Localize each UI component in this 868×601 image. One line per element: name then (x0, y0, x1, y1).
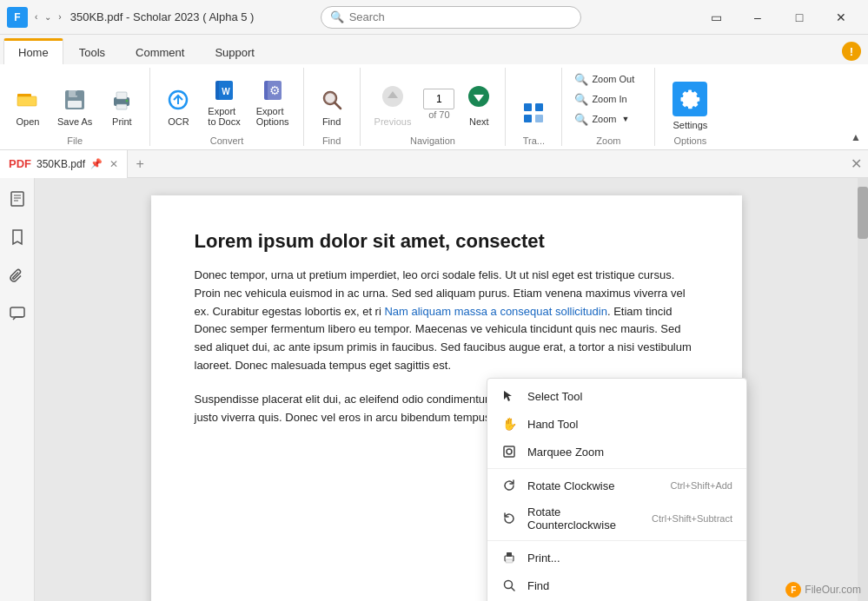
export-docx-label: Exportto Docx (208, 106, 240, 127)
scrollbar-thumb[interactable] (858, 187, 868, 239)
arrow-down[interactable]: ⌄ (43, 10, 53, 23)
rotate-ccw-icon (501, 511, 517, 526)
page-total: of 70 (428, 109, 449, 120)
tab-pin-icon[interactable]: 📌 (90, 158, 103, 169)
sidebar-attachments-icon[interactable] (5, 263, 30, 287)
app-icon: F (7, 7, 28, 28)
zoom-in-icon: 🔍 (574, 93, 588, 106)
ribbon-tabs: Home Tools Comment Support ! (0, 35, 868, 64)
save-as-icon (61, 86, 89, 114)
zoom-buttons: 🔍 Zoom Out 🔍 Zoom In 🔍 Zoom ▼ (569, 68, 647, 130)
settings-button[interactable] (673, 82, 707, 116)
ocr-label: OCR (168, 116, 189, 127)
tab-comment[interactable]: Comment (121, 38, 199, 64)
zoom-button[interactable]: 🔍 Zoom ▼ (569, 109, 647, 129)
next-label: Next (469, 116, 489, 127)
tab-support[interactable]: Support (200, 38, 269, 64)
transform-button[interactable] (513, 78, 554, 130)
options-group-label: Options (662, 134, 718, 146)
pdf-heading: Lorem ipsum dolor sit amet, consectet (195, 230, 699, 253)
find-button[interactable]: Find (311, 78, 353, 130)
ctx-find-label: Find (527, 579, 549, 592)
ctx-marquee-zoom[interactable]: Marquee Zoom (487, 438, 746, 466)
maximize-button[interactable]: □ (779, 3, 819, 31)
export-options-icon: ⚙ (259, 79, 287, 103)
tab-tools[interactable]: Tools (64, 38, 120, 64)
page-number-input[interactable] (423, 89, 454, 109)
print-label: Print (112, 116, 132, 127)
zoom-dropdown-icon: ▼ (622, 115, 630, 123)
close-button[interactable]: ✕ (821, 3, 861, 31)
ctx-print-icon (501, 550, 517, 565)
search-icon: 🔍 (330, 10, 344, 23)
arrow-left[interactable]: ‹ (33, 10, 39, 23)
new-tab-button[interactable]: + (128, 152, 152, 176)
save-as-button[interactable]: Save As (50, 78, 99, 130)
transform-group-label: Tra... (513, 134, 554, 146)
sidebar-comments-icon[interactable] (5, 301, 30, 326)
ocr-button[interactable]: OCR (157, 78, 199, 130)
vertical-scrollbar[interactable] (858, 178, 868, 601)
svg-text:W: W (222, 87, 230, 96)
ctx-marquee-zoom-label: Marquee Zoom (527, 446, 604, 459)
group-convert: OCR W Exportto Docx ⚙ (150, 68, 303, 146)
zoom-group-label: Zoom (569, 134, 647, 146)
open-label: Open (17, 116, 40, 127)
sidebar-bookmarks-icon[interactable] (5, 225, 30, 249)
sidebar-pages-icon[interactable] (5, 187, 30, 211)
zoom-in-button[interactable]: 🔍 Zoom In (569, 89, 647, 109)
svg-rect-33 (10, 307, 24, 317)
tab-home[interactable]: Home (3, 38, 63, 64)
notification-badge[interactable]: ! (842, 42, 861, 61)
ctx-separator-2 (487, 540, 746, 541)
tab-close-icon[interactable]: ✕ (109, 158, 118, 170)
ribbon-collapse-button[interactable]: ▲ (847, 129, 865, 146)
print-button[interactable]: Print (101, 78, 142, 130)
panel-close-button[interactable]: ✕ (844, 152, 868, 176)
find-group-label: Find (311, 134, 353, 146)
svg-line-41 (512, 588, 515, 591)
restore-button[interactable]: ▭ (696, 3, 736, 31)
svg-rect-26 (535, 103, 543, 111)
previous-button[interactable]: Previous (368, 78, 419, 130)
zoom-label: Zoom (592, 114, 616, 124)
svg-point-36 (507, 449, 512, 454)
find-label: Find (322, 116, 341, 127)
search-bar[interactable]: 🔍 (321, 6, 581, 29)
rotate-cw-icon (501, 478, 517, 493)
ctx-find[interactable]: Find (487, 571, 746, 599)
svg-rect-1 (17, 96, 36, 106)
next-button[interactable]: Next (460, 78, 498, 130)
ribbon-toolbar: Open Save As (0, 64, 868, 150)
search-input[interactable] (349, 10, 572, 23)
ctx-hand-tool[interactable]: ✋ Hand Tool (487, 410, 746, 438)
group-transform: Tra... (506, 68, 562, 146)
svg-rect-6 (76, 91, 77, 96)
group-find: Find Find (304, 68, 361, 146)
export-options-button[interactable]: ⚙ ExportOptions (249, 78, 296, 130)
svg-rect-8 (116, 92, 127, 99)
document-tab[interactable]: PDF 350KB.pdf 📌 ✕ (0, 150, 128, 178)
svg-rect-27 (524, 115, 532, 122)
group-zoom: 🔍 Zoom Out 🔍 Zoom In 🔍 Zoom ▼ Zoom (562, 68, 655, 146)
ctx-rotate-ccw[interactable]: Rotate Counterclockwise Ctrl+Shift+Subtr… (487, 499, 746, 538)
ctx-rotate-cw[interactable]: Rotate Clockwise Ctrl+Shift+Add (487, 472, 746, 499)
svg-rect-38 (507, 552, 512, 557)
svg-rect-9 (116, 104, 127, 109)
arrow-right[interactable]: › (56, 10, 63, 23)
titlebar-nav-arrows: ‹ ⌄ › (33, 10, 63, 23)
zoom-out-button[interactable]: 🔍 Zoom Out (569, 69, 647, 89)
find-icon (318, 86, 346, 114)
zoom-out-icon: 🔍 (574, 73, 588, 86)
minimize-button[interactable]: – (738, 3, 778, 31)
ctx-select-tool[interactable]: Select Tool (487, 382, 746, 410)
open-button[interactable]: Open (7, 78, 49, 130)
save-as-label: Save As (57, 116, 92, 127)
ctx-print[interactable]: Print... (487, 544, 746, 571)
transform-group-items (513, 68, 554, 134)
window-title: 350KB.pdf - Scholar 2023 ( Alpha 5 ) (70, 10, 255, 23)
document-tabbar: PDF 350KB.pdf 📌 ✕ + ✕ (0, 150, 868, 178)
export-docx-button[interactable]: W Exportto Docx (201, 78, 247, 130)
svg-point-10 (126, 100, 129, 102)
watermark: F FileOur.com (785, 582, 861, 598)
